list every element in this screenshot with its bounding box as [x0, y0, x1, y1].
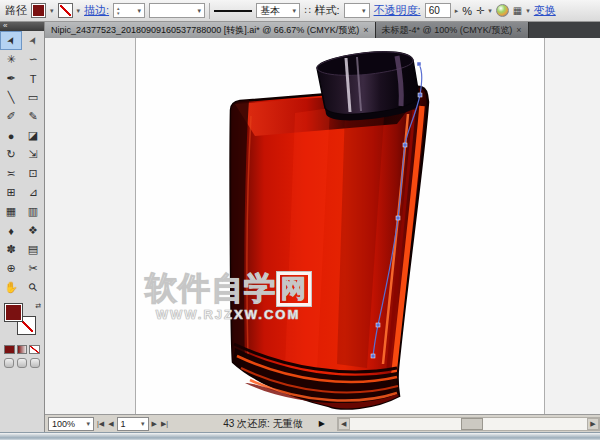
screen-mode-menu-button[interactable] — [17, 358, 27, 368]
brush-dropdown-icon[interactable]: ▾ — [293, 7, 297, 14]
artboard-dropdown-icon[interactable]: ▾ — [141, 420, 145, 427]
style-dropdown-icon[interactable]: ▾ — [362, 7, 366, 14]
close-icon[interactable]: × — [516, 25, 521, 35]
select-similar-dropdown-icon[interactable]: ▾ — [488, 7, 492, 14]
watermark-boxed-char: 网 — [277, 272, 311, 306]
align-dropdown-icon[interactable]: ▾ — [526, 7, 530, 14]
tool-eraser[interactable]: ◪ — [22, 126, 44, 145]
tool-pencil[interactable]: ✎ — [22, 107, 44, 126]
stroke-spinner-icon[interactable]: ▴▾ — [117, 6, 120, 16]
tool-free-transform[interactable]: ⊡ — [22, 164, 44, 183]
tool-rotate[interactable]: ↻ — [0, 145, 22, 164]
fill-stroke-swatches: ⇄ — [0, 300, 44, 344]
tool-eyedropper[interactable]: ♦ — [0, 221, 22, 240]
scroll-left-icon[interactable]: ◀ — [338, 418, 350, 430]
tool-perspective-grid[interactable]: ⊿ — [22, 183, 44, 202]
column-graph-icon: ▤ — [28, 243, 38, 256]
tool-hand[interactable]: ✋ — [0, 278, 22, 297]
tool-blend[interactable]: ❖ — [22, 221, 44, 240]
tool-gradient[interactable]: ▥ — [22, 202, 44, 221]
align-icon[interactable]: ▦ — [513, 5, 522, 16]
close-icon[interactable]: × — [363, 25, 368, 35]
zoom-level-dropdown[interactable]: 100% ▾ — [48, 417, 94, 431]
color-mode-button[interactable] — [4, 345, 15, 354]
tool-width[interactable]: ≍ — [0, 164, 22, 183]
transform-link[interactable]: 变换 — [534, 3, 556, 18]
selection-icon: ➤ — [4, 34, 18, 47]
width-profile-dropdown-icon[interactable]: ▾ — [198, 7, 202, 14]
tool-magic-wand[interactable]: ✳ — [0, 50, 22, 69]
horizontal-scrollbar[interactable]: ◀ ▶ — [337, 417, 600, 431]
artboard-navigation-dropdown[interactable]: 1 ▾ — [117, 417, 149, 431]
stroke-weight-dropdown-icon[interactable]: ▾ — [138, 7, 142, 14]
illustrator-window: { "options_bar": { "context_label": "路径"… — [0, 0, 600, 440]
divider — [209, 3, 210, 19]
symbol-sprayer-icon: ✽ — [6, 243, 15, 256]
style-dropdown[interactable]: ▾ — [344, 3, 370, 18]
stroke-dropdown-icon[interactable]: ▾ — [77, 7, 81, 14]
options-bar: 路径 ▾ ▾ 描边: ▴▾ ▾ ▾ 基本 ▾ ∷ 样式: ▾ 不透明度: 60 … — [0, 0, 600, 22]
screen-mode-normal-button[interactable] — [4, 358, 14, 368]
watermark-title: 软件自学网 — [123, 272, 333, 306]
status-bar: 100% ▾ |◀ ◀ 1 ▾ ▶ ▶| 43 次还原: 无重做 ▶ ◀ ▶ — [45, 414, 600, 432]
tool-selection[interactable]: ➤ — [0, 31, 22, 50]
bottle-artwork[interactable] — [45, 38, 600, 414]
next-artboard-button[interactable]: ▶ — [151, 420, 158, 428]
brush-definition-value: 基本 — [260, 4, 280, 18]
document-tab-inactive[interactable]: 未标题-4* @ 100% (CMYK/预览) × — [376, 22, 529, 38]
tool-direct-selection[interactable]: ➤ — [22, 31, 44, 50]
tool-scale[interactable]: ⇲ — [22, 145, 44, 164]
tool-zoom[interactable]: ⚲ — [22, 278, 44, 297]
direct-selection-icon: ➤ — [26, 34, 40, 47]
tool-rectangle[interactable]: ▭ — [22, 88, 44, 107]
tool-blob-brush[interactable]: ● — [0, 126, 22, 145]
screen-mode-full-button[interactable] — [30, 358, 40, 368]
tool-pen[interactable]: ✒ — [0, 69, 22, 88]
zoom-level-value: 100% — [52, 419, 75, 429]
brush-stroke-preview — [214, 10, 252, 12]
blob-brush-icon: ● — [8, 130, 15, 142]
stroke-color-swatch[interactable] — [58, 3, 73, 18]
tool-slice[interactable]: ✂ — [22, 259, 44, 278]
scroll-right-icon[interactable]: ▶ — [587, 418, 599, 430]
tool-shape-builder[interactable]: ⊞ — [0, 183, 22, 202]
stroke-weight-link[interactable]: 描边: — [84, 3, 109, 18]
width-profile-dropdown[interactable]: ▾ — [149, 3, 205, 18]
opacity-field[interactable]: 60 — [425, 3, 451, 18]
toolbox-fill-swatch[interactable] — [4, 303, 23, 322]
swap-fill-stroke-icon[interactable]: ⇄ — [35, 302, 41, 310]
tool-lasso[interactable]: ∽ — [22, 50, 44, 69]
opacity-value: 60 — [429, 5, 440, 16]
previous-artboard-button[interactable]: ◀ — [107, 420, 114, 428]
tool-paintbrush[interactable]: ✐ — [0, 107, 22, 126]
first-artboard-button[interactable]: |◀ — [96, 420, 105, 428]
toolbox-collapse-button[interactable]: « — [0, 22, 44, 31]
scrollbar-thumb[interactable] — [461, 418, 483, 430]
none-mode-button[interactable] — [29, 345, 40, 354]
last-artboard-button[interactable]: ▶| — [160, 420, 169, 428]
fill-dropdown-icon[interactable]: ▾ — [50, 7, 54, 14]
canvas[interactable]: 软件自学网 WWW.RJZXW.COM — [45, 38, 600, 414]
opacity-link[interactable]: 不透明度: — [374, 3, 421, 18]
document-tab-active[interactable]: Nipic_24377523_20180909160537788000 [转换]… — [45, 22, 376, 38]
gradient-mode-button[interactable] — [17, 345, 28, 354]
context-label: 路径 — [5, 3, 27, 18]
tool-column-graph[interactable]: ▤ — [22, 240, 44, 259]
brush-definition-dropdown[interactable]: 基本 ▾ — [256, 3, 300, 18]
recolor-artwork-icon[interactable] — [496, 4, 509, 17]
tool-artboard[interactable]: ⊕ — [0, 259, 22, 278]
tool-line-segment[interactable]: ╲ — [0, 88, 22, 107]
gradient-icon: ▥ — [28, 205, 38, 218]
stroke-weight-field[interactable]: ▴▾ ▾ — [113, 3, 145, 18]
tool-type[interactable]: T — [22, 69, 44, 88]
tool-symbol-sprayer[interactable]: ✽ — [0, 240, 22, 259]
brush-panel-icon[interactable]: ∷ — [304, 5, 310, 16]
percent-sign: % — [462, 5, 472, 17]
status-flyout-icon[interactable]: ▶ — [319, 419, 325, 428]
zoom-dropdown-icon[interactable]: ▾ — [86, 420, 90, 427]
opacity-popup-icon[interactable]: ▸ — [455, 7, 459, 14]
fill-color-swatch[interactable] — [31, 3, 46, 18]
paint-mode-row — [0, 344, 44, 355]
tool-mesh[interactable]: ▦ — [0, 202, 22, 221]
select-similar-icon[interactable]: ✛ — [476, 5, 484, 16]
